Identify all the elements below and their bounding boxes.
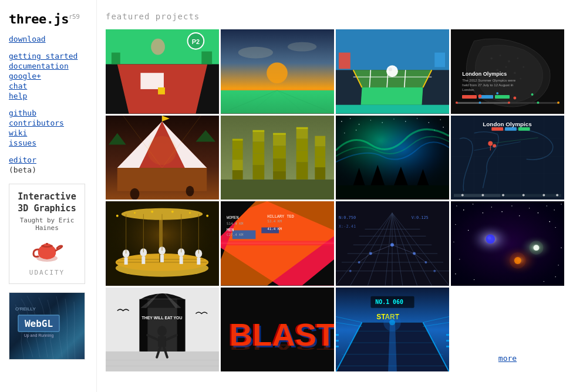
nav-wiki[interactable]: wiki — [9, 129, 87, 137]
svg-rect-123 — [336, 185, 449, 200]
svg-point-61 — [508, 102, 510, 104]
svg-text:BLAST: BLAST — [230, 340, 334, 350]
svg-rect-96 — [296, 150, 308, 162]
svg-point-44 — [517, 58, 518, 59]
project-cell-7[interactable] — [336, 116, 449, 200]
svg-point-76 — [186, 185, 194, 196]
svg-point-56 — [531, 93, 534, 96]
svg-point-217 — [358, 261, 360, 263]
svg-text:London Olympics: London Olympics — [483, 120, 532, 127]
project-cell-13[interactable]: THEY WILL EAT YOU — [106, 288, 219, 372]
svg-point-151 — [542, 194, 545, 196]
svg-text:53.4 KM: 53.4 KM — [267, 219, 282, 223]
svg-rect-98 — [315, 136, 325, 146]
project-cell-6[interactable] — [221, 116, 334, 200]
nav-google-plus[interactable]: google+ — [9, 72, 87, 80]
svg-point-75 — [130, 188, 140, 200]
project-cell-2[interactable] — [221, 29, 334, 114]
svg-point-218 — [424, 261, 427, 263]
svg-rect-305 — [336, 334, 339, 336]
svg-point-59 — [456, 102, 458, 104]
svg-point-42 — [500, 55, 501, 56]
nav-editor-link[interactable]: editor — [9, 156, 87, 164]
svg-rect-99 — [315, 146, 325, 157]
project-cell-1[interactable]: P2 — [106, 29, 219, 114]
svg-rect-166 — [160, 255, 164, 262]
nav-chat[interactable]: chat — [9, 82, 87, 90]
svg-point-259 — [487, 236, 491, 239]
svg-rect-146 — [454, 194, 500, 197]
svg-point-261 — [530, 241, 544, 255]
nav-documentation[interactable]: documentation — [9, 62, 87, 70]
svg-rect-87 — [252, 141, 264, 153]
svg-text:P2: P2 — [192, 38, 200, 45]
nav-download[interactable]: download — [9, 35, 87, 43]
svg-rect-309 — [446, 340, 449, 342]
svg-point-46 — [505, 66, 507, 68]
project-cell-15[interactable]: NO.1 060 START — [336, 288, 449, 372]
svg-rect-105 — [296, 127, 308, 129]
site-title: three.jsr59 — [9, 12, 87, 26]
svg-rect-89 — [252, 165, 264, 180]
svg-rect-308 — [446, 334, 449, 336]
project-cell-3[interactable] — [336, 29, 449, 114]
svg-point-220 — [433, 270, 436, 272]
svg-rect-100 — [315, 157, 325, 167]
svg-rect-170 — [197, 258, 200, 265]
svg-point-63 — [557, 102, 559, 104]
svg-rect-84 — [232, 160, 243, 170]
nav-primary: download — [9, 35, 87, 43]
udacity-ad[interactable]: Interactive3D Graphics Taught by Eric Ha… — [9, 184, 85, 284]
project-cell-9[interactable] — [106, 201, 219, 286]
project-cell-14[interactable]: BLAST BLAST BLAST BLAST — [221, 288, 334, 372]
svg-rect-90 — [273, 133, 286, 146]
svg-point-41 — [490, 58, 493, 60]
nav-help[interactable]: help — [9, 92, 87, 100]
svg-rect-16 — [201, 52, 212, 65]
book-decoration: WebGL Up and Running O'REILLY — [9, 293, 85, 360]
svg-rect-310 — [446, 345, 449, 347]
nav-getting-started[interactable]: getting started — [9, 52, 87, 60]
svg-point-18 — [267, 62, 288, 83]
svg-point-271 — [157, 326, 167, 336]
svg-point-180 — [189, 212, 191, 214]
nav-secondary: getting started documentation google+ ch… — [9, 52, 87, 100]
project-cell-10[interactable]: WOMEN S14.4 KM HILLARY TED 53.4 KM MEN C… — [221, 201, 334, 286]
svg-text:41.4 KM: 41.4 KM — [267, 227, 282, 231]
ad-title: Interactive3D Graphics — [15, 191, 79, 214]
svg-text:V:0.125: V:0.125 — [412, 215, 429, 220]
projects-grid: P2 — [106, 29, 564, 371]
svg-rect-164 — [141, 256, 145, 264]
more-link[interactable]: more — [498, 354, 517, 363]
svg-point-178 — [151, 211, 153, 213]
svg-point-177 — [134, 212, 136, 214]
section-title: featured projects — [106, 12, 564, 21]
svg-rect-104 — [273, 133, 286, 134]
svg-point-53 — [478, 94, 482, 98]
nav-tertiary: github contributors wiki issues — [9, 109, 87, 147]
project-cell-11[interactable]: N:0.750 V:0.125 X:-2.41 — [336, 201, 449, 286]
svg-rect-162 — [124, 258, 128, 265]
main-content: featured projects P2 — [97, 0, 573, 392]
london-olympics-title: London Olympics — [462, 71, 521, 77]
project-cell-4[interactable]: London Olympics The 2012 Summer Olympics… — [451, 29, 564, 114]
project-cell-5[interactable] — [106, 116, 219, 200]
svg-text:HILLARY TED: HILLARY TED — [267, 214, 294, 219]
svg-rect-272 — [158, 336, 166, 347]
svg-point-35 — [386, 65, 398, 77]
project-cell-12[interactable] — [451, 201, 564, 286]
nav-editor: editor (beta) — [9, 156, 87, 174]
svg-point-176 — [116, 215, 119, 217]
nav-issues[interactable]: issues — [9, 138, 87, 147]
svg-text:S14.4 KM: S14.4 KM — [227, 221, 244, 225]
svg-point-137 — [493, 144, 496, 147]
svg-point-77 — [147, 136, 176, 164]
nav-github[interactable]: github — [9, 109, 87, 117]
nav-contributors[interactable]: contributors — [9, 119, 87, 127]
svg-rect-93 — [273, 171, 286, 180]
book-ad[interactable]: WebGL Up and Running O'REILLY — [9, 292, 85, 360]
svg-text:Up and Running: Up and Running — [24, 333, 54, 338]
project-cell-8[interactable]: London Olympics — [451, 116, 564, 200]
svg-rect-83 — [232, 149, 243, 160]
svg-rect-307 — [336, 345, 339, 347]
